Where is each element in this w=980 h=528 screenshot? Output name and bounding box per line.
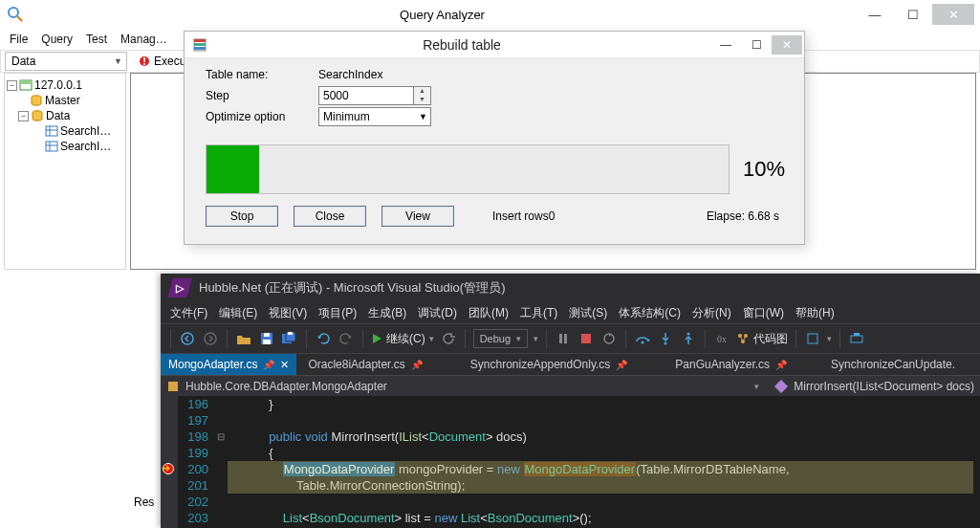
pin-icon[interactable]: 📌 <box>775 360 787 370</box>
code-content[interactable]: } public void MirrorInsert(IList<Documen… <box>228 396 980 528</box>
tree-node-data[interactable]: − Data <box>7 108 123 123</box>
qa-minimize-button[interactable]: — <box>856 4 894 25</box>
pin-icon[interactable]: 📌 <box>263 360 274 370</box>
svg-point-32 <box>664 342 667 345</box>
database-tree[interactable]: − 127.0.0.1 Master − Data SearchI… <box>4 73 126 270</box>
chevron-down-icon: ▼ <box>419 112 427 121</box>
vs-tab-syncappend[interactable]: SynchronizeAppendOnly.cs 📌 <box>463 354 636 375</box>
progress-fill <box>207 145 259 193</box>
svg-rect-4 <box>143 63 145 65</box>
chevron-down-icon: ▼ <box>114 56 122 66</box>
vs-menu-build[interactable]: 生成(B) <box>368 305 406 321</box>
qa-maximize-button[interactable]: ☐ <box>894 4 932 25</box>
dialog-maximize-button[interactable]: ☐ <box>741 35 772 55</box>
hex-icon[interactable]: 0x <box>713 330 730 347</box>
vs-tab-pangu[interactable]: PanGuAnalyzer.cs 📌 <box>667 354 795 375</box>
menu-test[interactable]: Test <box>86 33 107 46</box>
undo-icon[interactable] <box>315 330 332 347</box>
qa-close-button[interactable]: ✕ <box>932 4 974 25</box>
execute-button[interactable]: Execu <box>139 55 185 68</box>
menu-file[interactable]: File <box>10 33 28 46</box>
view-button[interactable]: View <box>381 206 454 227</box>
pin-icon[interactable]: 📌 <box>616 360 627 370</box>
rebuild-titlebar[interactable]: Rebuild table — ☐ ✕ <box>185 32 804 58</box>
dialog-close-button[interactable]: ✕ <box>772 35 802 55</box>
vs-tab-mongoadapter[interactable]: MongoAdapter.cs 📌 ✕ <box>161 354 296 375</box>
menu-manage[interactable]: Manag… <box>120 33 167 46</box>
chevron-down-icon[interactable]: ▾ <box>534 334 538 343</box>
tree-leaf[interactable]: SearchI… <box>7 123 123 139</box>
restart-icon[interactable] <box>600 330 618 347</box>
vs-menu-test[interactable]: 测试(S) <box>569 305 607 321</box>
svg-point-19 <box>182 333 193 344</box>
svg-rect-41 <box>774 380 788 393</box>
tree-leaf[interactable]: SearchI… <box>7 139 123 154</box>
code-editor[interactable]: ➜ 196 197 198 199 200 201 202 203 204 ⊟ … <box>161 396 980 528</box>
vs-tab-syncupdate[interactable]: SynchronizeCanUpdate. <box>823 354 963 375</box>
vs-menu-view[interactable]: 视图(V) <box>269 305 307 321</box>
step-into-icon[interactable] <box>657 330 674 347</box>
vs-menu-window[interactable]: 窗口(W) <box>743 305 784 321</box>
save-all-icon[interactable] <box>281 330 298 347</box>
step-input[interactable] <box>318 86 414 105</box>
menu-query[interactable]: Query <box>41 33 73 46</box>
save-icon[interactable] <box>258 330 275 347</box>
collapse-icon[interactable]: − <box>7 80 17 91</box>
vs-menu-team[interactable]: 团队(M) <box>468 305 509 321</box>
spinner-up-icon[interactable]: ▲ <box>414 87 430 96</box>
open-icon[interactable] <box>235 330 252 347</box>
vs-menu-debug[interactable]: 调试(D) <box>418 305 457 321</box>
svg-rect-27 <box>559 334 562 343</box>
step-out-icon[interactable] <box>680 330 697 347</box>
close-tab-icon[interactable]: ✕ <box>280 359 289 371</box>
spinner-down-icon[interactable]: ▼ <box>414 96 430 104</box>
chevron-down-icon[interactable]: ▾ <box>754 382 759 391</box>
execute-icon <box>139 55 150 67</box>
vs-title: Hubble.Net (正在调试) - Microsoft Visual Stu… <box>199 279 506 297</box>
pin-icon[interactable]: 📌 <box>411 360 423 370</box>
nav-forward-icon[interactable] <box>202 330 219 347</box>
pause-icon[interactable] <box>555 330 572 347</box>
tool2-icon[interactable] <box>848 330 865 347</box>
nav-method-selector[interactable]: MirrorInsert(IList<Document> docs) <box>794 380 974 393</box>
refresh-icon[interactable] <box>440 330 457 347</box>
step-over-icon[interactable] <box>634 330 651 347</box>
vs-menu-tools[interactable]: 工具(T) <box>520 305 557 321</box>
svg-rect-29 <box>581 334 591 343</box>
results-panel-label: Res <box>134 495 154 509</box>
close-button[interactable]: Close <box>294 206 366 227</box>
vs-menu-file[interactable]: 文件(F) <box>170 305 207 321</box>
tool-icon[interactable] <box>804 330 821 347</box>
collapse-icon[interactable]: − <box>18 111 29 121</box>
vs-menu-analyze[interactable]: 分析(N) <box>692 305 731 321</box>
stop-icon[interactable] <box>577 330 595 347</box>
qa-titlebar[interactable]: Query Analyzer — ☐ ✕ <box>0 0 980 29</box>
vs-menu-arch[interactable]: 体系结构(C) <box>619 305 681 321</box>
tab-label: MongoAdapter.cs <box>168 358 257 371</box>
vs-menu-project[interactable]: 项目(P) <box>318 305 357 321</box>
nav-back-icon[interactable] <box>179 330 196 347</box>
fold-toggle[interactable]: ⊟ <box>214 429 228 445</box>
vs-logo-icon: ▷ <box>167 278 191 297</box>
vs-tab-oracle[interactable]: Oracle8iAdapter.cs 📌 <box>300 354 429 375</box>
optimize-label: Optimize option <box>206 110 318 123</box>
continue-button[interactable]: 继续(C) ▾ <box>371 331 434 347</box>
dialog-minimize-button[interactable]: — <box>710 35 741 55</box>
vs-menu-help[interactable]: 帮助(H) <box>795 305 835 321</box>
nav-class-selector[interactable]: Hubble.Core.DBAdapter.MongoAdapter <box>185 380 387 393</box>
chevron-down-icon[interactable]: ▾ <box>827 334 832 343</box>
database-selector[interactable]: Data ▼ <box>5 52 127 71</box>
redo-icon[interactable] <box>338 330 355 347</box>
codemap-button[interactable]: 代码图 <box>736 331 788 347</box>
vs-titlebar[interactable]: ▷ Hubble.Net (正在调试) - Microsoft Visual S… <box>161 274 980 302</box>
svg-rect-6 <box>20 80 32 84</box>
vs-tabbar: MongoAdapter.cs 📌 ✕ Oracle8iAdapter.cs 📌… <box>161 354 980 375</box>
tree-node-master[interactable]: Master <box>7 93 123 108</box>
stop-button[interactable]: Stop <box>206 206 278 227</box>
step-spinner[interactable]: ▲ ▼ <box>414 86 431 105</box>
visual-studio-window: ▷ Hubble.Net (正在调试) - Microsoft Visual S… <box>161 274 980 528</box>
tree-root[interactable]: − 127.0.0.1 <box>7 77 123 93</box>
config-selector[interactable]: Debug ▾ <box>473 329 528 348</box>
vs-menu-edit[interactable]: 编辑(E) <box>219 305 257 321</box>
optimize-combo[interactable]: Minimum ▼ <box>318 107 431 126</box>
